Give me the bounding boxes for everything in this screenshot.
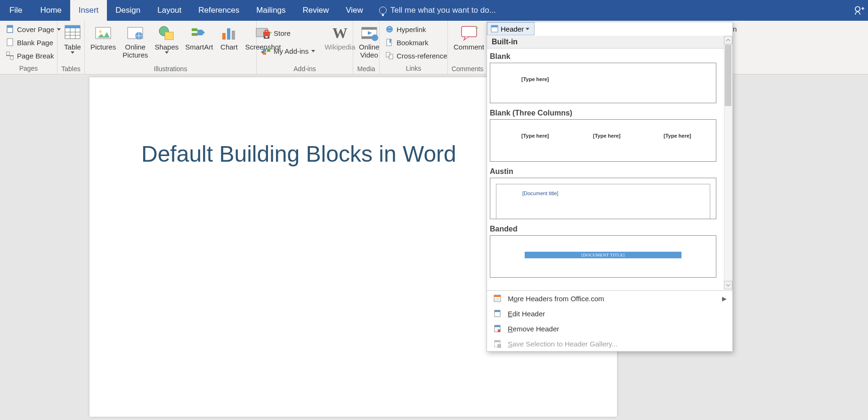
tab-review[interactable]: Review (294, 0, 338, 21)
svg-point-0 (855, 7, 860, 11)
svg-rect-2 (7, 25, 13, 28)
hyperlink-button[interactable]: Hyperlink (382, 23, 429, 36)
document-heading: Default Building Blocks in Word (141, 141, 456, 167)
table-icon (63, 24, 82, 42)
placeholder-text: [Type here] (664, 133, 691, 139)
tab-insert[interactable]: Insert (70, 0, 107, 21)
shapes-icon (157, 24, 176, 42)
svg-point-30 (372, 34, 378, 41)
save-selection-menuitem: Save Selection to Header Gallery... (487, 336, 732, 351)
online-pictures-button[interactable]: Online Pictures (120, 23, 151, 65)
edit-header-menuitem[interactable]: Edit Header (487, 306, 732, 321)
blank-page-button[interactable]: Blank Page (3, 36, 56, 49)
tab-layout[interactable]: Layout (149, 0, 190, 21)
svg-rect-25 (267, 49, 270, 52)
svg-rect-17 (227, 28, 230, 40)
gallery-item-blank-three-columns[interactable]: [Type here] [Type here] [Type here] (490, 119, 716, 162)
chart-button[interactable]: Chart (217, 23, 241, 65)
tab-home[interactable]: Home (32, 0, 70, 21)
svg-rect-7 (65, 25, 80, 28)
pictures-button[interactable]: Pictures (88, 23, 119, 65)
tab-file[interactable]: File (0, 0, 32, 21)
picture-icon (94, 24, 113, 42)
svg-rect-4 (7, 52, 9, 55)
svg-rect-3 (7, 39, 13, 46)
cross-reference-button[interactable]: Cross-reference (382, 49, 450, 62)
remove-header-icon (493, 324, 502, 333)
video-icon (360, 24, 379, 42)
scroll-up-button[interactable] (724, 36, 732, 44)
store-icon (262, 29, 271, 37)
svg-rect-49 (495, 325, 500, 327)
bookmark-button[interactable]: Bookmark (382, 36, 431, 49)
tell-me[interactable]: Tell me what you want to do... (372, 6, 496, 15)
svg-rect-14 (192, 28, 197, 31)
svg-text:+: + (475, 24, 479, 32)
group-label-tables: Tables (57, 65, 84, 74)
more-headers-menuitem[interactable]: More Headers from Office.com ▶ (487, 291, 732, 306)
wikipedia-button[interactable]: W Wikipedia (322, 23, 358, 65)
comment-icon: + (460, 24, 479, 42)
header-button[interactable]: Header (487, 22, 535, 35)
tab-design[interactable]: Design (107, 0, 149, 21)
group-label-comments: Comments (448, 65, 487, 74)
edit-header-icon (493, 309, 502, 318)
chevron-right-icon: ▶ (722, 295, 727, 302)
svg-rect-45 (494, 295, 501, 297)
placeholder-text: [Type here] (521, 133, 549, 139)
tab-references[interactable]: References (190, 0, 248, 21)
blank-page-icon (6, 38, 14, 47)
svg-rect-28 (362, 27, 377, 30)
cover-page-icon (6, 25, 14, 33)
header-icon (490, 25, 499, 33)
group-label-addins: Add-ins (257, 65, 353, 74)
comment-button[interactable]: + Comment (451, 23, 487, 65)
svg-rect-26 (263, 52, 266, 55)
store-button[interactable]: Store (260, 26, 318, 40)
wikipedia-icon: W (331, 24, 349, 42)
hyperlink-icon (385, 25, 394, 33)
gallery-section-builtin: Built-in (487, 36, 732, 49)
tab-view[interactable]: View (337, 0, 372, 21)
svg-rect-24 (263, 49, 266, 52)
group-label-links: Links (380, 65, 447, 74)
chevron-down-icon (165, 51, 169, 54)
gallery-item-banded[interactable]: [DOCUMENT TITLE] (490, 235, 716, 278)
gallery-item-label: Blank (490, 49, 730, 63)
placeholder-text: [Type here] (521, 76, 549, 82)
save-gallery-icon (493, 339, 502, 348)
svg-rect-13 (165, 32, 173, 40)
ribbon-tabs: File Home Insert Design Layout Reference… (0, 0, 868, 21)
my-addins-button[interactable]: My Add-ins (260, 44, 318, 58)
gallery-item-austin[interactable]: [Document title] (490, 178, 716, 219)
tab-mailings[interactable]: Mailings (248, 0, 294, 21)
chevron-down-icon (311, 50, 315, 52)
svg-point-9 (99, 30, 102, 33)
ribbon: Cover Page Blank Page Page Break Pages T… (0, 21, 868, 74)
page-break-icon (6, 51, 14, 60)
table-button[interactable]: Table (60, 23, 85, 65)
remove-header-menuitem[interactable]: Remove Header (487, 321, 732, 336)
page-break-button[interactable]: Page Break (3, 49, 57, 62)
bulb-icon (379, 7, 387, 14)
gallery-item-label: Banded (490, 221, 730, 235)
gallery-footer: More Headers from Office.com ▶ Edit Head… (487, 290, 732, 351)
svg-rect-23 (263, 32, 270, 36)
svg-rect-34 (389, 54, 393, 59)
shapes-button[interactable]: Shapes (152, 23, 181, 65)
group-label-illustrations: Illustrations (85, 65, 256, 74)
svg-rect-43 (491, 25, 498, 27)
gallery-item-blank[interactable]: [Type here] (490, 63, 716, 103)
smartart-button[interactable]: SmartArt (182, 23, 216, 65)
svg-rect-5 (10, 56, 13, 59)
cover-page-button[interactable]: Cover Page (3, 23, 64, 36)
office-icon (493, 294, 502, 303)
chevron-down-icon (526, 28, 529, 30)
addins-icon (262, 47, 271, 55)
scrollbar-thumb[interactable] (725, 45, 731, 106)
placeholder-text: [DOCUMENT TITLE] (525, 252, 681, 258)
share-icon[interactable] (852, 3, 866, 17)
online-video-button[interactable]: Online Video (356, 23, 382, 65)
scroll-down-button[interactable] (724, 281, 732, 289)
document-area: Default Building Blocks in Word (0, 74, 868, 420)
